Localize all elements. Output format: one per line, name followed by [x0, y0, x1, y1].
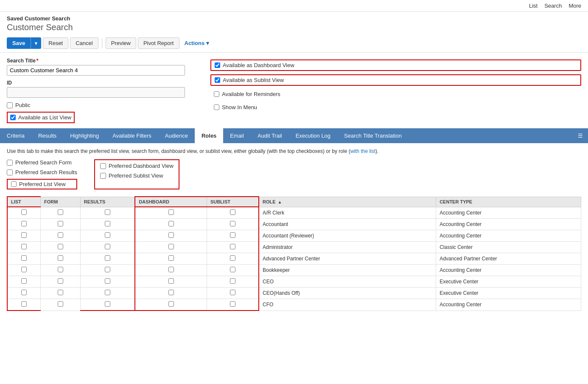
center-type-cell: Accounting Center: [436, 265, 581, 276]
roles-description-link[interactable]: with the list: [350, 148, 375, 154]
table-row: AdministratorClassic Center: [7, 242, 581, 253]
row-sublist-checkbox[interactable]: [230, 278, 235, 284]
pref-dashboard-checkbox[interactable]: [100, 163, 106, 169]
tab-roles[interactable]: Roles: [195, 128, 223, 143]
pref-search-results-checkbox[interactable]: [7, 169, 13, 175]
row-list-checkbox[interactable]: [21, 244, 27, 249]
row-results-checkbox[interactable]: [105, 244, 110, 249]
table-row: AccountantAccounting Center: [7, 219, 581, 230]
preview-button[interactable]: Preview: [106, 37, 136, 49]
row-results-checkbox[interactable]: [105, 232, 110, 238]
row-results-checkbox[interactable]: [105, 278, 110, 284]
tab-email[interactable]: Email: [223, 128, 251, 143]
row-list-checkbox[interactable]: [21, 278, 27, 284]
public-checkbox[interactable]: [7, 102, 13, 108]
tabs-settings-icon[interactable]: ☰: [573, 128, 588, 143]
global-checkboxes-left: Preferred Search Form Preferred Search R…: [7, 159, 77, 189]
tab-audit-trail[interactable]: Audit Trail: [251, 128, 289, 143]
row-form-checkbox[interactable]: [58, 255, 63, 261]
save-button-group: Save ▼: [7, 37, 41, 49]
global-checkboxes: Preferred Search Form Preferred Search R…: [7, 159, 581, 189]
row-list-checkbox[interactable]: [21, 301, 27, 307]
top-navigation: List Search More: [0, 0, 588, 12]
row-list-checkbox[interactable]: [21, 209, 27, 215]
row-dashboard-checkbox[interactable]: [168, 221, 174, 226]
row-results-checkbox[interactable]: [105, 221, 110, 226]
nav-more[interactable]: More: [568, 3, 581, 9]
row-list-checkbox[interactable]: [21, 232, 27, 238]
actions-button[interactable]: Actions ▾: [181, 38, 213, 48]
tab-execution-log[interactable]: Execution Log: [289, 128, 337, 143]
search-title-input[interactable]: [7, 65, 185, 76]
row-list-checkbox[interactable]: [21, 221, 27, 226]
role-name-cell: Bookkeeper: [259, 265, 436, 276]
available-dashboard-checkbox[interactable]: [215, 62, 220, 68]
tab-results[interactable]: Results: [31, 128, 63, 143]
row-list-checkbox[interactable]: [21, 290, 27, 295]
row-dashboard-checkbox[interactable]: [168, 278, 174, 284]
available-list-view-label: Available as List View: [18, 114, 71, 121]
row-form-checkbox[interactable]: [58, 209, 63, 215]
row-form-checkbox[interactable]: [58, 278, 63, 284]
available-list-view-checkbox[interactable]: [10, 115, 16, 120]
row-form-checkbox[interactable]: [58, 221, 63, 226]
pref-search-form-label: Preferred Search Form: [15, 159, 72, 166]
row-results-checkbox[interactable]: [105, 267, 110, 272]
role-name-cell: CEO(Hands Off): [259, 288, 436, 299]
row-dashboard-checkbox[interactable]: [168, 267, 174, 272]
save-button[interactable]: Save: [7, 37, 31, 49]
available-reminders-checkbox[interactable]: [214, 91, 219, 97]
tab-highlighting[interactable]: Highlighting: [63, 128, 106, 143]
row-results-checkbox[interactable]: [105, 209, 110, 215]
row-dashboard-checkbox[interactable]: [168, 301, 174, 307]
reset-button[interactable]: Reset: [43, 37, 68, 49]
row-results-checkbox[interactable]: [105, 301, 110, 307]
row-sublist-checkbox[interactable]: [230, 221, 235, 226]
row-dashboard-checkbox[interactable]: [168, 244, 174, 249]
row-form-checkbox[interactable]: [58, 290, 63, 295]
save-dropdown-button[interactable]: ▼: [31, 37, 41, 49]
row-sublist-checkbox[interactable]: [230, 255, 235, 261]
tab-search-title-translation[interactable]: Search Title Translation: [337, 128, 409, 143]
available-sublist-checkbox[interactable]: [215, 77, 220, 83]
row-dashboard-checkbox[interactable]: [168, 255, 174, 261]
form-right: Available as Dashboard View Available as…: [210, 58, 581, 123]
row-list-checkbox[interactable]: [21, 267, 27, 272]
pref-list-view-checkbox[interactable]: [11, 181, 17, 187]
tab-audience[interactable]: Audience: [158, 128, 195, 143]
row-results-checkbox[interactable]: [105, 255, 110, 261]
row-dashboard-checkbox[interactable]: [168, 209, 174, 215]
row-dashboard-checkbox[interactable]: [168, 290, 174, 295]
table-row: Accountant (Reviewer)Accounting Center: [7, 230, 581, 242]
tab-available-filters[interactable]: Available Filters: [106, 128, 158, 143]
role-name-cell: Administrator: [259, 242, 436, 253]
row-dashboard-checkbox[interactable]: [168, 232, 174, 238]
pref-dashboard-row: Preferred Dashboard View: [100, 163, 174, 169]
row-sublist-checkbox[interactable]: [230, 244, 235, 249]
id-input[interactable]: [7, 87, 185, 98]
row-sublist-checkbox[interactable]: [230, 232, 235, 238]
pivot-report-button[interactable]: Pivot Report: [138, 37, 179, 49]
row-results-checkbox[interactable]: [105, 290, 110, 295]
pref-sublist-checkbox[interactable]: [100, 173, 106, 179]
nav-search[interactable]: Search: [544, 3, 562, 9]
toolbar-separator: [102, 38, 102, 48]
row-sublist-checkbox[interactable]: [230, 290, 235, 295]
center-type-cell: Accounting Center: [436, 299, 581, 311]
cancel-button[interactable]: Cancel: [70, 37, 98, 49]
row-form-checkbox[interactable]: [58, 244, 63, 249]
row-form-checkbox[interactable]: [58, 301, 63, 307]
role-name-cell: Accountant (Reviewer): [259, 230, 436, 242]
row-list-checkbox[interactable]: [21, 255, 27, 261]
pref-dashboard-label: Preferred Dashboard View: [109, 163, 174, 169]
row-sublist-checkbox[interactable]: [230, 301, 235, 307]
nav-list[interactable]: List: [529, 3, 538, 9]
show-in-menu-checkbox[interactable]: [214, 104, 219, 110]
id-field: ID: [7, 80, 193, 98]
row-form-checkbox[interactable]: [58, 232, 63, 238]
row-sublist-checkbox[interactable]: [230, 267, 235, 272]
pref-search-form-checkbox[interactable]: [7, 160, 13, 166]
row-sublist-checkbox[interactable]: [230, 209, 235, 215]
tab-criteria[interactable]: Criteria: [0, 128, 31, 143]
row-form-checkbox[interactable]: [58, 267, 63, 272]
